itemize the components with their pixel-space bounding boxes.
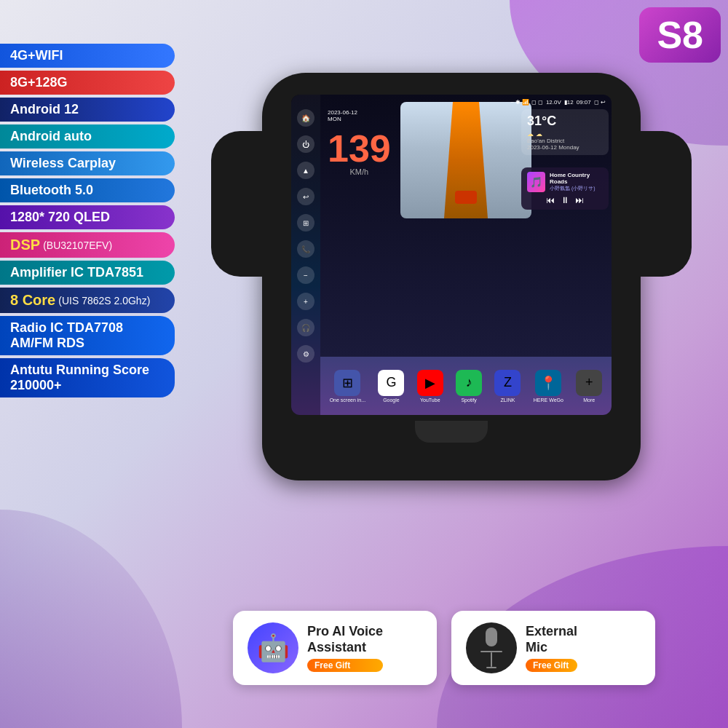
feature-tag-amplifier: Amplifier IC TDA7851 — [0, 261, 175, 285]
app-icon-label-google: Google — [383, 397, 400, 403]
feature-tag-radio: Radio IC TDA7708 AM/FM RDS — [0, 316, 175, 355]
features-panel: 4G+WIFI8G+128GAndroid 12Android autoWire… — [0, 44, 175, 397]
feature-tag-android12: Android 12 — [0, 98, 175, 122]
app-icon-label-more: More — [583, 397, 595, 403]
weather-widget: 31°C ☁ ☁ Bao'an District 2023-06-12 Mond… — [521, 109, 609, 155]
app-icon-google[interactable]: GGoogle — [378, 370, 404, 403]
app-icon-onescreen[interactable]: ⊞One screen in... — [330, 370, 365, 403]
app-icon-image-youtube: ▶ — [417, 370, 443, 396]
app-icon-label-youtube: YouTube — [420, 397, 440, 403]
model-badge: S8 — [639, 7, 721, 63]
feature-tag-display: 1280* 720 QLED — [0, 205, 175, 229]
external-mic-text: ExternalMic Free Gift — [526, 624, 577, 671]
sidebar-settings-icon[interactable]: ⚙ — [297, 345, 314, 363]
ai-voice-gift-card: 🤖 Pro AI VoiceAssistant Free Gift — [233, 611, 437, 685]
app-icon-spotify[interactable]: ♪Spotify — [456, 370, 482, 403]
car-visual — [455, 191, 477, 204]
feature-tag-bluetooth: Bluetooth 5.0 — [0, 178, 175, 202]
app-icon-herewego[interactable]: 📍HERE WeGo — [534, 370, 563, 403]
app-icon-youtube[interactable]: ▶YouTube — [417, 370, 443, 403]
sidebar-vol-up-icon[interactable]: + — [297, 293, 314, 310]
road-background — [400, 102, 531, 218]
play-pause-button[interactable]: ⏸ — [561, 195, 569, 205]
app-icon-zlink[interactable]: ZZLINK — [494, 370, 521, 403]
feature-tag-android-auto: Android auto — [0, 124, 175, 149]
sidebar-headphone-icon[interactable]: 🎧 — [297, 319, 314, 336]
ai-voice-title: Pro AI VoiceAssistant — [307, 624, 383, 655]
road-visual — [400, 102, 531, 218]
bezel-handle — [415, 421, 488, 443]
screen-body: 2023-06-12 MON 139 KM/h — [320, 95, 612, 415]
ai-voice-text: Pro AI VoiceAssistant Free Gift — [307, 624, 383, 671]
feature-tag-dsp: DSP(BU32107EFV) — [0, 232, 175, 258]
sidebar-power-icon[interactable]: ⏻ — [297, 135, 314, 153]
current-time: 09:07 — [577, 99, 591, 106]
app-icon-image-onescreen: ⊞ — [334, 370, 360, 396]
feature-tag-core: 8 Core(UIS 7862S 2.0Ghz) — [0, 288, 175, 313]
feature-tag-wifi: 4G+WIFI — [0, 44, 175, 68]
ai-voice-icon: 🤖 — [248, 622, 298, 673]
app-icon-label-onescreen: One screen in... — [330, 397, 365, 403]
car-unit: ~ ✱ 📶 ◻ ◻ 12.0V ▮12 09:07 ◻ ↩ 🏠 ⏻ ▲ ↩ ⊞ … — [175, 22, 728, 531]
app-icon-label-spotify: Spotify — [461, 397, 476, 403]
app-icon-image-herewego: 📍 — [535, 370, 561, 396]
screen-area: ~ ✱ 📶 ◻ ◻ 12.0V ▮12 09:07 ◻ ↩ 🏠 ⏻ ▲ ↩ ⊞ … — [291, 95, 612, 415]
mic-visual — [466, 622, 517, 673]
status-icons: ~ ✱ 📶 ◻ ◻ — [510, 99, 543, 106]
app-icon-image-spotify: ♪ — [456, 370, 482, 396]
sidebar-phone-icon[interactable]: 📞 — [297, 240, 314, 258]
ai-voice-badge: Free Gift — [307, 659, 383, 672]
sidebar-vol-down-icon[interactable]: − — [297, 266, 314, 284]
screen-sidebar: 🏠 ⏻ ▲ ↩ ⊞ 📞 − + 🎧 ⚙ — [291, 95, 320, 415]
sidebar-grid-icon[interactable]: ⊞ — [297, 214, 314, 232]
signal-bars: ▮12 — [564, 99, 574, 106]
screen-day: MON — [328, 116, 391, 122]
app-icon-label-herewego: HERE WeGo — [534, 397, 563, 403]
feature-tag-memory: 8G+128G — [0, 71, 175, 95]
external-mic-title: ExternalMic — [526, 624, 577, 655]
app-icon-image-more: + — [576, 370, 602, 396]
car-bezel: ~ ✱ 📶 ◻ ◻ 12.0V ▮12 09:07 ◻ ↩ 🏠 ⏻ ▲ ↩ ⊞ … — [262, 73, 641, 480]
app-icon-more[interactable]: +More — [576, 370, 602, 403]
screen-icon: ◻ ↩ — [594, 99, 606, 106]
feature-tag-antutu: Antutu Running Score 210000+ — [0, 358, 175, 397]
app-icon-label-zlink: ZLINK — [501, 397, 515, 403]
speedometer-area: 2023-06-12 MON 139 KM/h — [320, 95, 612, 357]
external-mic-gift-card: ExternalMic Free Gift — [451, 611, 655, 685]
next-track-button[interactable]: ⏭ — [575, 195, 584, 205]
sidebar-nav-icon[interactable]: ▲ — [297, 162, 314, 179]
status-bar: ~ ✱ 📶 ◻ ◻ 12.0V ▮12 09:07 ◻ ↩ — [320, 95, 612, 109]
prev-track-button[interactable]: ⏮ — [546, 195, 555, 205]
music-controls: ⏮ ⏸ ⏭ — [527, 195, 603, 205]
music-artist: 小野氤氲 (小野リサ) — [550, 185, 603, 192]
external-mic-badge: Free Gift — [526, 659, 577, 672]
location-name: Bao'an District — [527, 138, 603, 144]
battery-voltage: 12.0V — [546, 99, 561, 106]
bottom-section: 🤖 Pro AI VoiceAssistant Free Gift Extern… — [175, 582, 713, 713]
music-title: Home Country Roads — [550, 172, 603, 185]
sidebar-home-icon[interactable]: 🏠 — [297, 109, 314, 127]
temperature: 31°C — [527, 114, 603, 129]
app-icons-bar: ⊞One screen in...GGoogle▶YouTube♪Spotify… — [320, 357, 612, 415]
bg-decoration-left — [0, 510, 182, 728]
model-label: S8 — [657, 14, 703, 56]
speed-display: 139 — [328, 130, 391, 167]
feature-tag-carplay: Wireless Carplay — [0, 151, 175, 175]
screen-content: ~ ✱ 📶 ◻ ◻ 12.0V ▮12 09:07 ◻ ↩ 🏠 ⏻ ▲ ↩ ⊞ … — [291, 95, 612, 415]
app-icon-image-google: G — [378, 370, 404, 396]
music-widget: 🎵 Home Country Roads 小野氤氲 (小野リサ) ⏮ ⏸ ⏭ — [521, 167, 609, 210]
sidebar-back-icon[interactable]: ↩ — [297, 188, 314, 205]
screen-date: 2023-06-12 — [328, 109, 391, 116]
app-icon-image-zlink: Z — [494, 370, 521, 396]
location-date: 2023-06-12 Monday — [527, 144, 603, 151]
